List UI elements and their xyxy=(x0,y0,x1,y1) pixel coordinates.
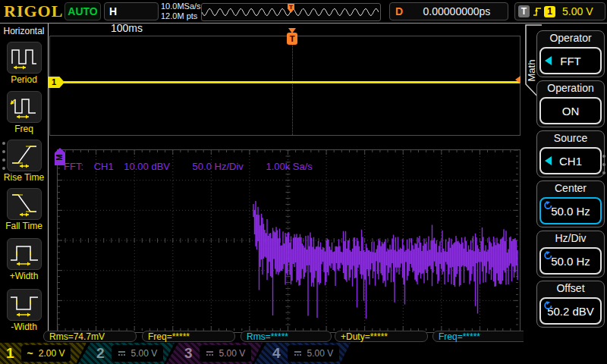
fft-source: CH1 xyxy=(94,161,114,172)
measurement-readout-3: Rms=***** xyxy=(241,331,332,342)
waveform-preview: T xyxy=(201,3,381,21)
measure-button-label: Fall Time xyxy=(0,221,48,231)
channel-3-status[interactable]: 3 5.00 V xyxy=(166,343,263,364)
chevron-left-icon xyxy=(545,56,552,65)
channel-scale-box: 5.00 V xyxy=(288,345,340,362)
menu-value: 50.2 dBV xyxy=(547,305,594,318)
menu-value: ON xyxy=(562,105,580,118)
measurement-readout-1: Rms=74.7mV xyxy=(43,331,137,342)
measure-button-label: -Width xyxy=(0,322,48,332)
trigger-edge-icon xyxy=(533,5,542,17)
trigger-source-badge: 1 xyxy=(544,6,555,17)
memory-depth: 12.0M pts xyxy=(161,11,201,21)
top-status-bar: RIGOL AUTO H 100ms 10.0MSa/s 12.0M pts T… xyxy=(0,0,607,24)
channel-scale-box: 5.00 V xyxy=(112,345,164,362)
menu-value-box: CH1 xyxy=(539,147,602,174)
measurement-text: +Duty=***** xyxy=(341,331,388,342)
measure-button-period[interactable]: Period xyxy=(0,42,48,85)
dc-coupling-icon xyxy=(206,350,214,357)
channel-2-status[interactable]: 2 5.00 V xyxy=(78,343,175,364)
trigger-box[interactable]: T 1 5.00 V xyxy=(514,2,605,20)
ch1-level-marker[interactable]: 1 xyxy=(48,77,64,88)
dc-coupling-icon xyxy=(118,350,126,357)
knob-adjust-icon xyxy=(543,200,553,210)
trigger-level-value: 5.00 V xyxy=(562,5,593,17)
measure-button-freq[interactable]: Freq xyxy=(0,91,48,134)
menu-value-box: 50.0 Hz xyxy=(539,247,602,275)
menu-label: Operation xyxy=(537,82,604,94)
measure-sidebar-title: Horizontal xyxy=(0,26,48,36)
minus-width-icon xyxy=(7,289,42,321)
menu-value-box: 50.2 dBV xyxy=(539,297,602,325)
measurement-readout-5: Freq=***** xyxy=(432,331,530,342)
channel-scale: 5.00 V xyxy=(307,348,334,359)
trigger-position-marker[interactable]: T xyxy=(287,28,297,46)
measure-button-minus-width[interactable]: -Width xyxy=(0,289,48,332)
fft-hz-per-div: 50.0 Hz/Div xyxy=(193,161,244,172)
measure-button-label: +Width xyxy=(0,271,48,281)
menu-item-offset[interactable]: Offset 50.2 dBV xyxy=(536,281,605,328)
rigol-logo: RIGOL xyxy=(4,2,63,21)
menu-value-box-selected: 50.0 Hz xyxy=(539,197,602,224)
delay-value: 0.00000000ps xyxy=(423,5,491,17)
trigger-level-clipped-marker xyxy=(515,76,521,83)
delay-label: D xyxy=(395,5,403,17)
delay-box[interactable]: D 0.00000000ps xyxy=(389,2,508,20)
timebase-value: 100ms xyxy=(111,22,143,34)
measure-button-plus-width[interactable]: +Width xyxy=(0,238,48,281)
measure-button-fall-time[interactable]: Fall Time xyxy=(0,188,48,231)
channel-4-status[interactable]: 4 5.00 V xyxy=(254,343,351,364)
menu-item-hz-per-div[interactable]: Hz/Div 50.0 Hz xyxy=(536,231,605,278)
measure-button-rise-time[interactable]: Rise Time xyxy=(0,140,48,183)
measure-button-label: Rise Time xyxy=(0,172,48,183)
menu-label: Source xyxy=(537,132,604,144)
period-icon xyxy=(7,42,42,74)
channel-number: 4 xyxy=(272,345,281,362)
menu-label: Hz/Div xyxy=(537,232,604,244)
menu-value: CH1 xyxy=(559,155,582,168)
measurement-text: Freq=***** xyxy=(439,331,480,342)
channel-number: 1 xyxy=(6,345,14,362)
menu-item-operator[interactable]: Operator FFT xyxy=(536,30,605,77)
menu-label: Offset xyxy=(537,282,604,294)
menu-item-operation[interactable]: Operation ON xyxy=(536,80,605,127)
fall-time-icon xyxy=(7,188,42,220)
math-tab-label[interactable]: Math xyxy=(526,65,537,82)
fft-sample-rate: 1.00k Sa/s xyxy=(266,161,312,172)
menu-value-box: ON xyxy=(539,97,602,124)
chevron-left-icon xyxy=(545,156,552,165)
run-status-badge[interactable]: AUTO xyxy=(64,2,101,20)
menu-value: 50.0 Hz xyxy=(551,255,590,268)
acquisition-info: 10.0MSa/s 12.0M pts xyxy=(161,2,201,21)
measure-button-label: Period xyxy=(0,74,48,85)
menu-label: Operator xyxy=(537,32,604,44)
sample-rate: 10.0MSa/s xyxy=(161,2,201,11)
dc-coupling-icon xyxy=(294,350,302,357)
knob-adjust-icon xyxy=(543,300,553,310)
plus-width-icon xyxy=(7,238,42,270)
measurement-text: Rms=***** xyxy=(247,331,288,342)
oscilloscope-screen: RIGOL AUTO H 100ms 10.0MSa/s 12.0M pts T… xyxy=(0,0,607,364)
channel-status-bar: 1 ~ 2.00 V 2 5.00 V 3 xyxy=(0,343,607,364)
fft-label: FFT: xyxy=(64,161,83,172)
ac-coupling-icon: ~ xyxy=(27,350,33,357)
fft-info-bar: FFT: CH1 10.00 dBV 50.0 Hz/Div 1.00k Sa/… xyxy=(64,161,313,172)
fft-spectrum-plot xyxy=(58,150,518,331)
channel-1-status[interactable]: 1 ~ 2.00 V xyxy=(0,343,86,364)
trigger-position-gridline xyxy=(292,36,293,135)
menu-value-box: FFT xyxy=(539,47,602,74)
menu-label: Center xyxy=(537,182,604,194)
math-menu-sidebar: Math Operator FFT Operation ON Source CH… xyxy=(524,24,607,364)
measurement-readout-4: +Duty=***** xyxy=(335,331,428,342)
menu-item-center[interactable]: Center 50.0 Hz xyxy=(536,180,605,228)
rise-time-icon xyxy=(7,140,42,171)
channel-scale-box: 5.00 V xyxy=(200,345,252,362)
knob-adjust-icon xyxy=(543,250,553,260)
measurement-text: Rms=74.7mV xyxy=(49,331,105,342)
trigger-label: T xyxy=(518,5,530,17)
menu-item-source[interactable]: Source CH1 xyxy=(536,130,605,177)
measurement-text: Freq=***** xyxy=(148,331,190,342)
horizontal-timebase-box[interactable]: H 100ms xyxy=(104,2,159,20)
channel-number: 2 xyxy=(96,345,105,362)
horizontal-label: H xyxy=(109,5,117,17)
